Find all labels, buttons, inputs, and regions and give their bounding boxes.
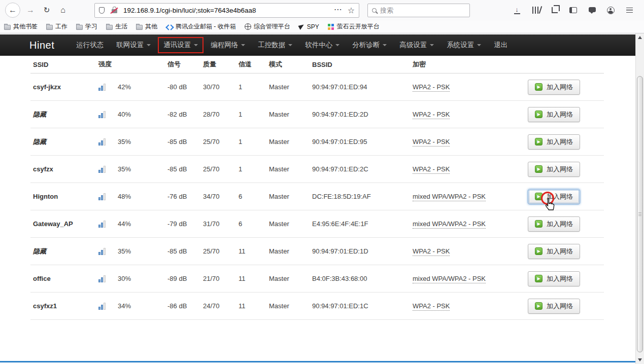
nav-menu-item[interactable]: 高级设置 <box>395 38 438 52</box>
nav-menu-item[interactable]: 联网设置 <box>112 38 155 52</box>
nav-item-label: 高级设置 <box>399 41 427 50</box>
bookmark-star-icon[interactable]: ☆ <box>348 6 355 15</box>
cell-mode: Master <box>269 275 312 282</box>
join-network-button[interactable]: ▶ 加入网络 <box>528 271 580 286</box>
table-row: 隐藏 40% -82 dB 28/70 1 Master 90:94:97:01… <box>30 101 604 128</box>
downloads-button[interactable]: ↓ <box>510 3 524 17</box>
nav-menu-item[interactable]: 分析诊断 <box>348 38 391 52</box>
account-person-icon <box>607 7 615 14</box>
encryption-value: WPA2 - PSK <box>413 165 450 174</box>
vertical-scrollbar <box>635 33 644 364</box>
bookmark-item[interactable]: SPY <box>299 23 319 30</box>
home-button[interactable]: ⌂ <box>56 3 70 17</box>
bookmark-item[interactable]: 综合管理平台 <box>245 22 290 31</box>
account-button[interactable] <box>603 3 618 17</box>
cell-channel: 1 <box>239 165 269 173</box>
scrollbar-thumb[interactable] <box>637 76 643 352</box>
join-button-label: 加入网络 <box>547 247 573 256</box>
join-play-icon: ▶ <box>535 138 543 145</box>
table-row: office 30% -89 dB 21/70 11 Master B4:0F:… <box>30 265 604 293</box>
bookmark-item[interactable]: 其他书签 <box>4 22 38 31</box>
strength-percent: 35% <box>118 165 131 173</box>
header-strength: 强度 <box>97 60 167 69</box>
search-box[interactable] <box>367 4 470 17</box>
cell-strength: 34% <box>97 302 167 310</box>
nav-menu-item[interactable]: 系统设置 <box>442 38 486 52</box>
url-bar[interactable]: ··· ☆ <box>94 3 359 18</box>
reload-button[interactable]: ↻ <box>40 3 54 17</box>
join-network-button[interactable]: ▶ 加入网络 <box>528 80 580 95</box>
cell-action: ▶ 加入网络 <box>518 80 604 95</box>
menu-button[interactable] <box>622 3 637 17</box>
cell-mode: Master <box>269 165 312 173</box>
cell-bssid: 90:94:97:01:ED:1C <box>312 302 403 310</box>
cell-encryption: mixed WPA/WPA2 - PSK <box>403 193 518 200</box>
cell-bssid: 90:94:97:01:ED:1D <box>312 247 403 255</box>
cell-mode: Master <box>269 220 312 228</box>
insecure-connection-lock-icon[interactable] <box>112 9 117 13</box>
nav-menu-item[interactable]: 编程网络 <box>206 38 250 52</box>
cell-quality: 21/70 <box>203 275 239 282</box>
search-input[interactable] <box>380 7 469 14</box>
cell-action: ▶ 加入网络 <box>518 216 604 232</box>
cell-encryption: WPA2 - PSK <box>403 83 518 91</box>
back-button[interactable]: ← <box>5 3 20 18</box>
bookmark-item[interactable]: 工作 <box>46 22 67 31</box>
scrollbar-up-button[interactable] <box>636 36 644 39</box>
join-network-button[interactable]: ▶ 加入网络 <box>528 162 580 177</box>
forward-button[interactable]: → <box>23 3 38 17</box>
cell-signal: -85 dB <box>167 165 203 173</box>
join-network-button[interactable]: ▶ 加入网络 <box>528 134 580 150</box>
brand-logo[interactable]: Hinet <box>29 40 54 51</box>
chevron-down-icon <box>430 44 434 46</box>
cell-channel: 1 <box>239 83 269 91</box>
messages-button[interactable] <box>585 3 599 17</box>
table-body: csyf-jkzx 42% -80 dB 30/70 1 Master 90:9… <box>30 74 604 320</box>
cell-ssid: 隐藏 <box>30 110 97 119</box>
bookmark-label: 生活 <box>115 22 127 31</box>
triangle-up-icon <box>638 36 642 39</box>
tracking-protection-shield-icon[interactable] <box>99 7 105 14</box>
bookmark-item[interactable]: 萤石云开放平台 <box>328 22 380 31</box>
cell-signal: -79 dB <box>167 220 203 228</box>
cell-encryption: mixed WPA/WPA2 - PSK <box>403 220 518 228</box>
join-button-label: 加入网络 <box>547 110 573 119</box>
nav-item-label: 运行状态 <box>76 41 104 50</box>
nav-menu-item[interactable]: 工控数据 <box>253 38 297 52</box>
scrollbar-down-button[interactable] <box>636 358 644 361</box>
cell-action: ▶ 加入网络 <box>518 271 604 286</box>
cell-action: ▶ 加入网络 <box>518 244 604 259</box>
bookmark-item[interactable]: 学习 <box>76 22 97 31</box>
cell-channel: 6 <box>239 220 269 228</box>
table-row: csyfzx 35% -85 dB 25/70 1 Master 90:94:9… <box>30 156 604 183</box>
cell-ssid: Hignton <box>30 193 97 200</box>
cell-strength: 30% <box>97 275 167 282</box>
cell-strength: 35% <box>97 138 167 145</box>
join-network-button[interactable]: ▶ 加入网络 <box>528 216 580 232</box>
encryption-value: mixed WPA/WPA2 - PSK <box>413 193 486 201</box>
cell-strength: 40% <box>97 111 167 118</box>
nav-menu-item[interactable]: 运行状态 <box>72 38 108 52</box>
bookmark-item[interactable]: 生活 <box>106 22 127 31</box>
join-network-button[interactable]: ▶ 加入网络 <box>528 107 580 122</box>
library-button[interactable] <box>528 3 543 17</box>
hamburger-menu-icon <box>626 8 633 13</box>
bookmark-label: 工作 <box>55 22 67 31</box>
encryption-value: WPA2 - PSK <box>413 247 450 256</box>
cell-strength: 35% <box>97 247 167 255</box>
screenshot-button[interactable] <box>547 3 562 17</box>
bookmark-label: 学习 <box>85 22 97 31</box>
cell-bssid: 90:94:97:01:ED:94 <box>312 83 403 91</box>
sidebar-button[interactable] <box>566 3 581 17</box>
bookmark-item[interactable]: 腾讯企业邮箱 - 收件箱 <box>166 22 236 31</box>
nav-item-label: 工控数据 <box>258 41 285 50</box>
page-actions-icon[interactable]: ··· <box>334 6 343 13</box>
join-network-button[interactable]: ▶ 加入网络 <box>528 299 580 314</box>
url-input[interactable] <box>123 7 331 14</box>
nav-menu-item[interactable]: 通讯设置 <box>159 38 202 52</box>
join-network-button[interactable]: ▶ 加入网络 <box>528 244 580 259</box>
nav-menu-item[interactable]: 软件中心 <box>300 38 344 52</box>
cell-action: ▶ 加入网络 <box>518 189 604 204</box>
bookmark-item[interactable]: 其他 <box>136 22 157 31</box>
nav-menu-item[interactable]: 退出 <box>489 38 512 52</box>
